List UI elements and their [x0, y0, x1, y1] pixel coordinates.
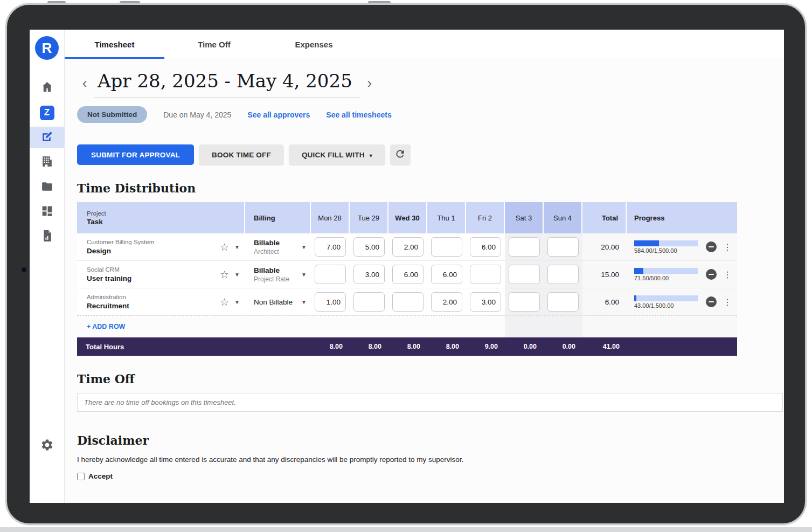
chevron-down-icon[interactable]: ▼ [234, 244, 240, 250]
folder-icon [40, 179, 54, 195]
hours-input[interactable] [392, 265, 424, 284]
billing-type: Billable [254, 239, 280, 247]
submit-for-approval-button[interactable]: SUBMIT FOR APPROVAL [77, 144, 194, 165]
project-name: Administration [87, 294, 129, 300]
app-window: R Z [30, 30, 784, 503]
remove-row-icon[interactable] [706, 296, 717, 307]
column-header-thu-1: Thu 1 [427, 202, 466, 233]
column-header-total: Total [582, 202, 627, 233]
sidebar-item-files[interactable] [30, 176, 65, 198]
quick-fill-label: QUICK FILL WITH [302, 151, 365, 159]
hours-input[interactable] [315, 265, 346, 284]
project-name: Social CRM [87, 266, 131, 273]
sidebar-item-home[interactable] [30, 77, 65, 99]
footer-day-total: 9.00 [466, 337, 505, 356]
total-hours-label: Total Hours [77, 337, 245, 356]
sidebar-item-zoho-app[interactable]: Z [30, 102, 65, 123]
task-name: User training [87, 274, 131, 282]
due-date-text: Due on May 4, 2025 [163, 110, 231, 119]
hours-input[interactable] [392, 292, 424, 312]
column-header-sun-4: Sun 4 [544, 202, 582, 233]
accept-checkbox[interactable] [77, 473, 85, 480]
hours-input[interactable] [353, 265, 385, 284]
hours-input[interactable] [315, 237, 346, 257]
disclaimer-text: I hereby acknowledge all time entered is… [77, 455, 784, 464]
refresh-icon [394, 148, 406, 161]
hours-input[interactable] [547, 237, 579, 257]
tab-time-off[interactable]: Time Off [164, 30, 264, 59]
task-header-label: Task [87, 218, 103, 226]
hours-input[interactable] [392, 237, 424, 257]
table-row: Administration Recruitment ☆ ▼ Non Billa… [77, 288, 737, 315]
sidebar-item-timesheet-active[interactable] [30, 127, 65, 148]
see-all-timesheets-link[interactable]: See all timesheets [326, 110, 391, 119]
table-header-row: Project Task Billing Mon 28 Tue 29 Wed 3… [77, 202, 737, 233]
kebab-menu-icon[interactable]: ⋮ [723, 297, 732, 307]
hours-input[interactable] [547, 292, 579, 312]
billing-rate: Architect [254, 248, 280, 255]
organization-icon [40, 155, 54, 170]
hours-input[interactable] [353, 292, 385, 312]
progress-bar: 71.50/500.00 [634, 268, 698, 281]
hours-input[interactable] [431, 237, 462, 257]
row-total: 6.00 [582, 288, 627, 315]
remove-row-icon[interactable] [706, 241, 717, 252]
status-badge: Not Submitted [77, 106, 147, 123]
column-header-billing: Billing [245, 202, 311, 233]
quick-fill-with-button[interactable]: QUICK FILL WITH▾ [289, 144, 385, 165]
hours-input[interactable] [470, 237, 501, 257]
hours-input[interactable] [470, 265, 501, 284]
favorite-star-icon[interactable]: ☆ [220, 268, 229, 281]
row-total: 15.00 [582, 261, 627, 288]
hours-input[interactable] [353, 237, 385, 257]
see-all-approvers-link[interactable]: See all approvers [247, 110, 310, 119]
chevron-down-icon[interactable]: ▼ [301, 299, 307, 305]
period-label: Apr 28, 2025 - May 4, 2025 [94, 70, 360, 98]
sidebar-item-settings[interactable] [30, 435, 65, 457]
tab-expenses[interactable]: Expenses [264, 30, 364, 59]
next-week-chevron-icon[interactable]: › [362, 76, 377, 92]
column-header-fri-2: Fri 2 [466, 202, 505, 233]
chevron-down-icon[interactable]: ▼ [301, 244, 307, 250]
hours-input[interactable] [470, 292, 501, 312]
footer-grand-total: 41.00 [582, 337, 627, 356]
book-time-off-button[interactable]: BOOK TIME OFF [199, 144, 284, 165]
sidebar-item-dashboard[interactable] [30, 201, 65, 223]
table-footer-row: Total Hours 8.00 8.00 8.00 8.00 9.00 0.0… [77, 337, 737, 356]
billing-rate: Project Rate [254, 275, 289, 283]
chevron-down-icon[interactable]: ▼ [301, 272, 307, 278]
footer-day-total: 8.00 [427, 337, 466, 356]
desk-surface [0, 527, 812, 532]
accept-label: Accept [88, 472, 113, 480]
chevron-down-icon[interactable]: ▼ [234, 272, 240, 278]
chevron-down-icon: ▾ [370, 153, 372, 158]
favorite-star-icon[interactable]: ☆ [220, 241, 229, 253]
hours-input[interactable] [509, 292, 540, 312]
sidebar-item-reports[interactable] [30, 226, 65, 247]
kebab-menu-icon[interactable]: ⋮ [723, 242, 732, 252]
chevron-down-icon[interactable]: ▼ [234, 299, 240, 305]
hours-input[interactable] [509, 265, 540, 284]
report-document-icon [40, 229, 54, 245]
sidebar: R Z [30, 30, 65, 503]
refresh-button[interactable] [390, 144, 411, 165]
kebab-menu-icon[interactable]: ⋮ [723, 270, 732, 280]
column-header-sat-3: Sat 3 [505, 202, 544, 233]
remove-row-icon[interactable] [706, 269, 717, 280]
sidebar-item-organization[interactable] [30, 151, 65, 173]
hours-input[interactable] [509, 237, 540, 257]
avatar[interactable]: R [35, 36, 59, 60]
tab-timesheet[interactable]: Timesheet [65, 30, 164, 59]
footer-day-total: 8.00 [311, 337, 350, 356]
hours-input[interactable] [547, 265, 579, 284]
hours-input[interactable] [431, 265, 462, 284]
hours-input[interactable] [315, 292, 346, 312]
add-row-link[interactable]: + ADD ROW [77, 316, 245, 337]
hours-input[interactable] [431, 292, 462, 312]
previous-week-chevron-icon[interactable]: ‹ [77, 76, 92, 92]
timesheet-edit-icon [40, 130, 54, 146]
table-row: Customer Billing System Design ☆ ▼ Billa… [77, 233, 737, 261]
billing-type: Non Billable [254, 298, 293, 306]
favorite-star-icon[interactable]: ☆ [220, 296, 229, 308]
time-off-title: Time Off [77, 372, 784, 386]
